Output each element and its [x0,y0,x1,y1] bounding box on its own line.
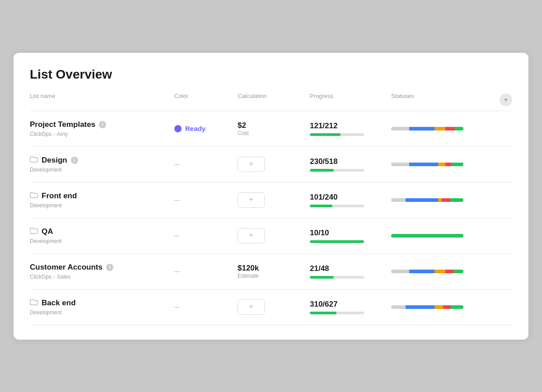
status-segment [435,270,445,273]
list-name-main: Back end [30,299,174,308]
color-dash: – [174,302,179,312]
list-name-text: Back end [42,299,76,308]
col-color: Color [174,93,238,106]
status-bar [391,198,463,202]
breadcrumb: ClickOps›Sales [30,274,174,280]
status-segment [443,305,450,309]
table-row: QADevelopment–+10/10 [30,218,512,254]
calc-type: Estimate [238,273,310,279]
add-calculation-button[interactable]: + [238,228,265,243]
folder-icon [30,156,38,165]
calculation-col: + [238,299,310,315]
list-name-text: Front end [42,191,77,201]
color-label: Ready [185,125,206,132]
status-segment [435,305,443,309]
status-bar [391,234,463,238]
info-icon[interactable]: i [106,264,113,271]
table-row: Project TemplatesiClickOps›AmyReady$2Cos… [30,111,512,147]
statuses-col [391,305,512,309]
progress-col: 10/10 [310,229,391,243]
status-bar [391,163,463,166]
breadcrumb: Development [30,309,174,316]
list-name-text: Design [42,156,67,165]
color-col: – [174,266,238,276]
add-column-area: + [496,93,512,106]
color-dot[interactable] [174,125,182,132]
status-bar [391,127,463,131]
breadcrumb: ClickOps›Amy [30,131,174,137]
statuses-col [391,163,512,166]
calculation-col: + [238,192,310,208]
breadcrumb: Development [30,202,174,209]
table-row: Back endDevelopment–+310/627 [30,289,512,325]
table-header: List name Color Calculation Progress Sta… [30,93,512,111]
progress-col: 230/518 [310,157,391,172]
status-segment [391,127,409,131]
progress-col: 310/627 [310,300,391,314]
breadcrumb: Development [30,238,174,244]
status-segment [409,127,435,131]
add-calculation-button[interactable]: + [238,157,265,172]
calc-type: Cost [238,130,310,136]
info-icon[interactable]: i [71,157,78,164]
color-col: Ready [174,125,238,132]
color-dash: – [174,195,179,205]
status-segment [445,163,451,166]
status-segment [438,163,445,166]
list-name-col: Project TemplatesiClickOps›Amy [30,120,174,137]
folder-icon [30,227,38,236]
col-progress: Progress [310,93,391,106]
color-dash: – [174,230,179,241]
progress-fraction: 310/627 [310,300,391,309]
add-calculation-button[interactable]: + [238,192,265,208]
breadcrumb-arrow: › [53,131,55,137]
status-segment [455,127,463,131]
progress-col: 21/48 [310,264,391,279]
progress-bar-fill [310,276,334,279]
status-segment [450,305,463,309]
status-segment [391,234,463,238]
list-name-col: Front endDevelopment [30,191,174,209]
info-icon[interactable]: i [99,121,106,128]
folder-icon [30,299,38,308]
breadcrumb-arrow: › [53,274,55,280]
calculation-col: $2Cost [238,121,310,136]
status-segment [406,198,438,202]
color-dash: – [174,159,179,169]
color-col: – [174,195,238,205]
progress-bar [310,276,364,279]
progress-fraction: 121/212 [310,121,391,131]
list-overview-card: List Overview List name Color Calculatio… [14,53,528,340]
status-segment [391,305,406,309]
progress-bar [310,312,364,314]
col-statuses: Statuses [391,93,496,106]
statuses-col [391,270,512,273]
progress-bar [310,205,364,207]
table-row: DesigniDevelopment–+230/518 [30,147,512,182]
progress-bar [310,240,364,243]
progress-col: 101/240 [310,193,391,207]
status-segment [391,163,409,166]
color-col: – [174,159,238,169]
status-segment [435,127,445,131]
status-bar [391,270,463,273]
col-list-name: List name [30,93,174,106]
status-bar [391,305,463,309]
color-col: – [174,302,238,312]
list-name-main: Designi [30,156,174,165]
status-segment [442,198,450,202]
list-name-text: Customer Accounts [30,263,103,272]
status-segment [445,127,455,131]
add-calculation-button[interactable]: + [238,299,265,315]
breadcrumb: Development [30,167,174,173]
col-calculation: Calculation [238,93,310,106]
progress-bar-fill [310,169,334,172]
progress-fraction: 101/240 [310,193,391,202]
progress-bar [310,169,364,172]
list-name-main: Customer Accountsi [30,263,174,272]
add-column-button[interactable]: + [500,93,512,106]
list-name-main: Project Templatesi [30,120,174,129]
status-segment [438,198,442,202]
calculation-col: + [238,157,310,172]
progress-bar [310,133,364,136]
